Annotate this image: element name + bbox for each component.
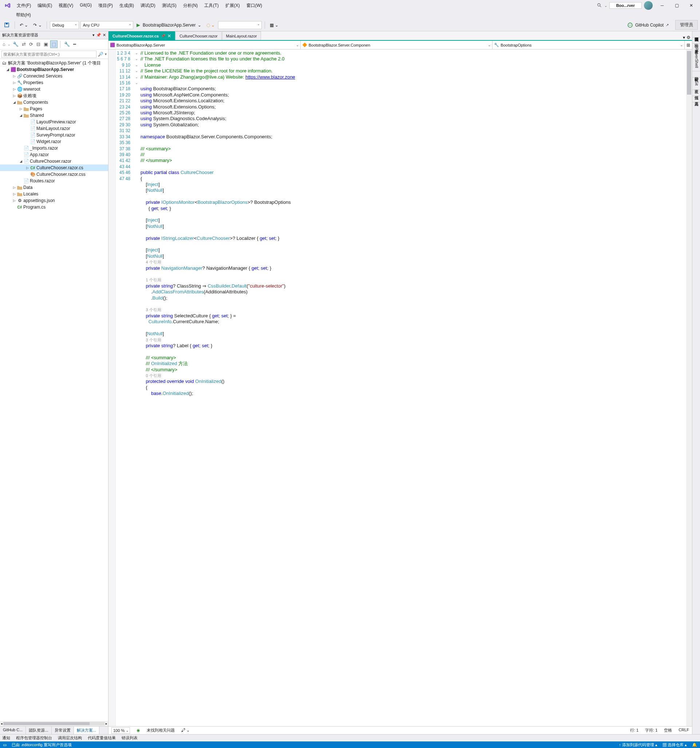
solution-tree[interactable]: 🗂解决方案 'BootstrapBlazorApp.Server' (1 个项目… (0, 59, 108, 721)
node-connected[interactable]: ▷🔗Connected Services (0, 73, 108, 79)
sync-icon[interactable]: ⇄ (21, 41, 27, 48)
pin-icon[interactable]: 📌 (96, 33, 101, 38)
show-all-icon[interactable]: ▣ (43, 41, 49, 48)
tab-settings-icon[interactable]: ⚙ (686, 35, 691, 40)
undo-button[interactable]: ↶ ⌄ (18, 21, 30, 29)
file-appsettings[interactable]: ▷⚙appsettings.json (0, 197, 108, 204)
redo-button[interactable]: ↷ ⌄ (31, 21, 43, 29)
tab-overflow-icon[interactable]: ▾ (683, 35, 685, 40)
run-button[interactable]: ▶ BootstrapBlazorApp.Server ⌄ (135, 21, 203, 29)
user-avatar[interactable] (644, 1, 653, 10)
dropdown-icon[interactable]: ▾ (93, 33, 94, 38)
close-tab-icon[interactable]: ✕ (167, 33, 171, 39)
rail-toolbox[interactable]: 工具箱 (692, 96, 700, 102)
menu-view[interactable]: 视图(V) (56, 1, 76, 10)
file-widget[interactable]: 📄Widget.razor (0, 138, 108, 145)
nav-member[interactable]: 🔧BootstrapOptions (493, 41, 685, 49)
solution-search-input[interactable] (2, 50, 96, 58)
menu-tools[interactable]: 工具(T) (201, 1, 221, 10)
file-app[interactable]: 📄App.razor (0, 151, 108, 158)
menu-git[interactable]: Git(G) (77, 1, 94, 10)
tab-exception[interactable]: 异常设置 (52, 727, 74, 734)
split-icon[interactable]: ⊞ (685, 41, 692, 49)
nav-namespace[interactable]: 🔶BootstrapBlazor.Server.Componen (301, 41, 493, 49)
status-bell-icon[interactable]: 🔔 (692, 742, 697, 747)
config-dropdown[interactable]: Debug (50, 21, 79, 29)
file-surveyprompt[interactable]: 📄SurveyPrompt.razor (0, 132, 108, 138)
node-deps[interactable]: ▷📦依赖项 (0, 93, 108, 99)
node-locales[interactable]: ▷Locales (0, 191, 108, 197)
node-properties[interactable]: ▷🔧Properties (0, 79, 108, 86)
code-editor[interactable]: 1 2 3 4 5 6 7 8 9 10 11 12 13 14 15 16 1… (108, 50, 692, 726)
node-shared[interactable]: ◢Shared (0, 112, 108, 119)
pos-eol[interactable]: CRLF (679, 728, 689, 733)
pos-ws[interactable]: 空格 (664, 728, 672, 733)
code-content[interactable]: // Licensed to the .NET Foundation under… (139, 50, 686, 726)
close-button[interactable]: ✕ (684, 0, 698, 11)
tool-icon[interactable]: 🔧 (12, 41, 20, 48)
tab-team[interactable]: 团队资源... (26, 727, 51, 734)
out-pm[interactable]: 程序包管理器控制台 (16, 735, 52, 741)
wrench-icon[interactable]: 🔧 (63, 41, 71, 48)
menu-window[interactable]: 窗口(W) (243, 1, 265, 10)
highlighter-icon[interactable]: 🖍 ⌄ (181, 728, 190, 733)
home-icon[interactable]: ⌂ (2, 41, 6, 48)
tab-active[interactable]: CultureChooser.razor.cs📌✕ (108, 31, 175, 40)
copilot-button[interactable]: GitHub Copilot ↗ (624, 21, 672, 29)
node-data[interactable]: ▷Data (0, 184, 108, 191)
file-layoutpreview[interactable]: 📄LayoutPreview.razor (0, 119, 108, 125)
zoom-dropdown[interactable]: 100 % (111, 727, 130, 734)
rail-test[interactable]: 测试资源管理器 (692, 31, 700, 38)
file-culturechooser-cs[interactable]: ▷C#CultureChooser.razor.cs (0, 164, 108, 171)
issues-ok-icon[interactable]: ◉ (137, 728, 140, 733)
tab-solution[interactable]: 解决方案... (74, 727, 99, 734)
tool-button[interactable]: ▦ ⌄ (268, 21, 280, 29)
breakpoint-margin[interactable] (108, 50, 116, 726)
track-active-icon[interactable]: ⬚ (50, 40, 58, 48)
menu-test[interactable]: 测试(S) (159, 1, 180, 10)
hot-reload-button[interactable]: ◌ ⌄ (205, 21, 217, 29)
h-scrollbar[interactable]: ◂▸ (0, 721, 108, 726)
filter-icon[interactable]: ━ (72, 41, 77, 48)
out-metrics[interactable]: 代码度量值结果 (88, 735, 116, 741)
menu-file[interactable]: 文件(F) (14, 1, 34, 10)
out-notify[interactable]: 通知 (2, 735, 10, 741)
status-repo[interactable]: ▦ 选择仓库 ▴ (662, 742, 687, 748)
nav-project[interactable]: 🟪BootstrapBlazorApp.Server (108, 41, 301, 49)
maximize-button[interactable]: ▢ (670, 0, 684, 11)
solution-root[interactable]: 🗂解决方案 'BootstrapBlazorApp.Server' (1 个项目 (0, 60, 108, 66)
menu-project[interactable]: 项目(P) (95, 1, 116, 10)
process-dropdown[interactable] (218, 21, 262, 29)
tab-2[interactable]: CultureChooser.razor (175, 31, 222, 40)
node-pages[interactable]: ▷Pages (0, 106, 108, 112)
vertical-scrollbar[interactable] (686, 50, 692, 726)
save-all-button[interactable] (2, 21, 12, 29)
menu-help[interactable]: 帮助(H) (13, 11, 34, 19)
status-git[interactable]: ↑ 添加到源代码管理 ▴ (619, 742, 657, 748)
fold-column[interactable]: ⌄ ⌄ ⌄ ⌄ ⌄ ⌄ (134, 50, 139, 726)
node-wwwroot[interactable]: ▷🌐wwwroot (0, 86, 108, 93)
node-components[interactable]: ◢Components (0, 99, 108, 106)
file-routes[interactable]: 📄Routes.razor (0, 178, 108, 184)
out-errors[interactable]: 错误列表 (122, 735, 138, 741)
file-culturechooser-css[interactable]: 🎨CultureChooser.razor.css (0, 171, 108, 178)
menu-analyze[interactable]: 分析(N) (180, 1, 201, 10)
file-mainlayout[interactable]: 📄MainLayout.razor (0, 125, 108, 132)
tab-3[interactable]: MainLayout.razor (222, 31, 261, 40)
search-icon[interactable] (597, 3, 602, 8)
rail-powershell[interactable]: 开发者 PowerShell (692, 44, 700, 71)
menu-build[interactable]: 生成(B) (117, 1, 137, 10)
rail-props[interactable]: 属性 (692, 90, 700, 96)
search-go-icon[interactable]: 🔎 (96, 52, 105, 57)
pin-icon[interactable]: 📌 (161, 34, 165, 38)
rail-output[interactable]: 输出 (692, 38, 700, 44)
menu-edit[interactable]: 编辑(E) (35, 1, 55, 10)
refresh-icon[interactable]: ⟳ (28, 41, 34, 48)
out-callh[interactable]: 调用层次结构 (58, 735, 82, 741)
platform-dropdown[interactable]: Any CPU (81, 21, 133, 29)
file-imports[interactable]: 📄_Imports.razor (0, 145, 108, 151)
minimize-button[interactable]: ─ (655, 0, 670, 11)
file-program[interactable]: C#Program.cs (0, 204, 108, 210)
tab-copilot[interactable]: GitHub C... (0, 727, 26, 734)
menu-debug[interactable]: 调试(D) (138, 1, 158, 10)
